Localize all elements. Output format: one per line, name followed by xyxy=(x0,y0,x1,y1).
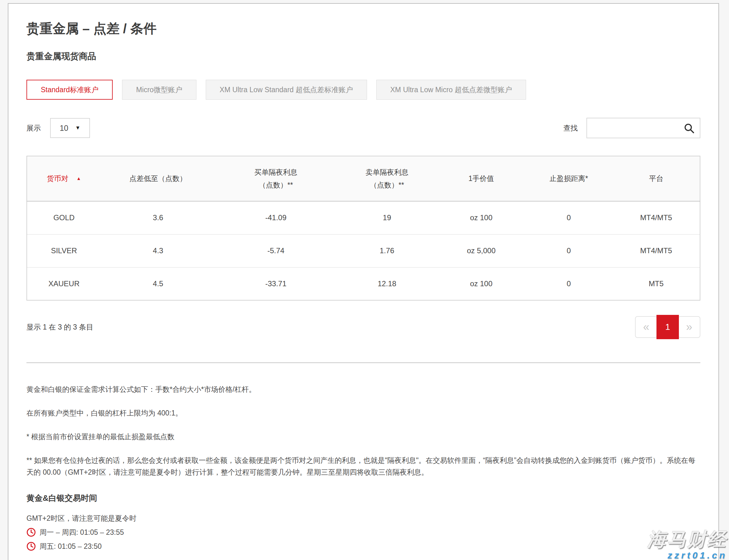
column-header-pair-label: 货币对 xyxy=(47,174,69,183)
clock-icon xyxy=(26,542,36,551)
trading-hours-heading: 黄金&白银交易时间 xyxy=(26,493,700,504)
pagination: « 1 » xyxy=(635,315,700,339)
cell-platform: MT5 xyxy=(613,267,700,300)
table-controls: 展示 10 ▼ 查找 xyxy=(26,118,700,138)
account-type-tabs: Standard标准账户 Micro微型账户 XM Ultra Low Stan… xyxy=(26,80,700,100)
timezone-note: GMT+2时区，请注意可能是夏令时 xyxy=(26,514,700,523)
schedule-item-friday: 周五: 01:05 – 23:50 xyxy=(26,542,700,551)
table-footer: 显示 1 在 3 的 3 条目 « 1 » xyxy=(26,315,700,339)
column-header-lot-value[interactable]: 1手价值 xyxy=(437,156,525,201)
content-panel: 贵重金属 – 点差 / 条件 贵重金属现货商品 Standard标准账户 Mic… xyxy=(8,3,719,560)
column-header-long-swap[interactable]: 买单隔夜利息 （点数）** xyxy=(215,156,337,201)
cell-pair: XAUEUR xyxy=(27,267,101,300)
table-header-row: 货币对▲ 点差低至（点数） 买单隔夜利息 （点数）** 卖单隔夜利息 （点数）*… xyxy=(27,156,700,201)
table-row-xaueur: XAUEUR 4.5 -33.71 12.18 oz 100 0 MT5 xyxy=(27,267,700,300)
cell-short-swap: 1.76 xyxy=(337,234,437,267)
cell-short-swap: 19 xyxy=(337,201,437,234)
schedule-item-weekdays: 周一 – 周四: 01:05 – 23:55 xyxy=(26,528,700,537)
watermark-site: zzrt01.cn xyxy=(647,551,727,560)
silver-leverage-note: 在所有账户类型中，白银的杠杆上限均为 400:1。 xyxy=(26,407,700,419)
footnotes: 黄金和白银的保证金需求计算公式如下：手数*合约大小*市场价格/杠杆。 在所有账户… xyxy=(26,384,700,478)
pagination-current-page[interactable]: 1 xyxy=(656,315,679,339)
tab-micro-account[interactable]: Micro微型账户 xyxy=(122,80,196,100)
column-header-spread[interactable]: 点差低至（点数） xyxy=(101,156,215,201)
cell-lot-value: oz 5,000 xyxy=(437,234,525,267)
pagination-summary: 显示 1 在 3 的 3 条目 xyxy=(26,322,93,332)
cell-limit-stop: 0 xyxy=(525,267,613,300)
precious-metals-spreads-table: 货币对▲ 点差低至（点数） 买单隔夜利息 （点数）** 卖单隔夜利息 （点数）*… xyxy=(26,156,700,301)
cell-lot-value: oz 100 xyxy=(437,267,525,300)
chevron-down-icon: ▼ xyxy=(75,125,80,131)
cell-long-swap: -41.09 xyxy=(215,201,337,234)
search-label: 查找 xyxy=(563,123,578,133)
clock-icon xyxy=(26,528,36,537)
cell-spread: 4.5 xyxy=(101,267,215,300)
stop-level-footnote: * 根据当前市价设置挂单的最低止损盈最低点数 xyxy=(26,431,700,443)
search-box xyxy=(586,118,700,138)
tab-standard-account[interactable]: Standard标准账户 xyxy=(26,80,113,100)
cell-short-swap: 12.18 xyxy=(337,267,437,300)
page-size-select[interactable]: 10 ▼ xyxy=(50,118,90,138)
cell-lot-value: oz 100 xyxy=(437,201,525,234)
search-input[interactable] xyxy=(587,118,700,138)
column-header-platform[interactable]: 平台 xyxy=(613,156,700,201)
schedule-text: 周五: 01:05 – 23:50 xyxy=(40,542,102,551)
tab-ultra-low-standard-account[interactable]: XM Ultra Low Standard 超低点差标准账户 xyxy=(206,80,367,100)
cell-limit-stop: 0 xyxy=(525,201,613,234)
cell-limit-stop: 0 xyxy=(525,234,613,267)
search-icon xyxy=(684,123,695,134)
pagination-next-button[interactable]: » xyxy=(678,316,700,338)
cell-long-swap: -33.71 xyxy=(215,267,337,300)
swap-footnote: ** 如果您有仓位持仓过夜的话，那么您会支付或者获取一些金额，该金额便是两个货币… xyxy=(26,455,700,478)
cell-platform: MT4/MT5 xyxy=(613,201,700,234)
sort-asc-icon: ▲ xyxy=(77,176,81,181)
table-row-gold: GOLD 3.6 -41.09 19 oz 100 0 MT4/MT5 xyxy=(27,201,700,234)
cell-pair: SILVER xyxy=(27,234,101,267)
page-size-value: 10 xyxy=(60,124,69,133)
page-title: 贵重金属 – 点差 / 条件 xyxy=(26,20,700,37)
column-header-limit-stop-level[interactable]: 止盈损距离* xyxy=(525,156,613,201)
page-size-label: 展示 xyxy=(26,123,41,133)
pagination-prev-button[interactable]: « xyxy=(635,316,657,338)
column-header-short-swap[interactable]: 卖单隔夜利息 （点数）** xyxy=(337,156,437,201)
cell-pair: GOLD xyxy=(27,201,101,234)
watermark: 海马财经 zzrt01.cn xyxy=(647,530,727,560)
cell-spread: 4.3 xyxy=(101,234,215,267)
cell-long-swap: -5.74 xyxy=(215,234,337,267)
page-subtitle: 贵重金属现货商品 xyxy=(26,50,700,62)
table-row-silver: SILVER 4.3 -5.74 1.76 oz 5,000 0 MT4/MT5 xyxy=(27,234,700,267)
cell-platform: MT4/MT5 xyxy=(613,234,700,267)
tab-ultra-low-micro-account[interactable]: XM Ultra Low Micro 超低点差微型账户 xyxy=(376,80,526,100)
section-divider xyxy=(26,362,700,363)
cell-spread: 3.6 xyxy=(101,201,215,234)
watermark-brand: 海马财经 xyxy=(647,530,727,549)
margin-formula-note: 黄金和白银的保证金需求计算公式如下：手数*合约大小*市场价格/杠杆。 xyxy=(26,384,700,396)
column-header-pair[interactable]: 货币对▲ xyxy=(27,156,101,201)
schedule-text: 周一 – 周四: 01:05 – 23:55 xyxy=(40,528,124,537)
